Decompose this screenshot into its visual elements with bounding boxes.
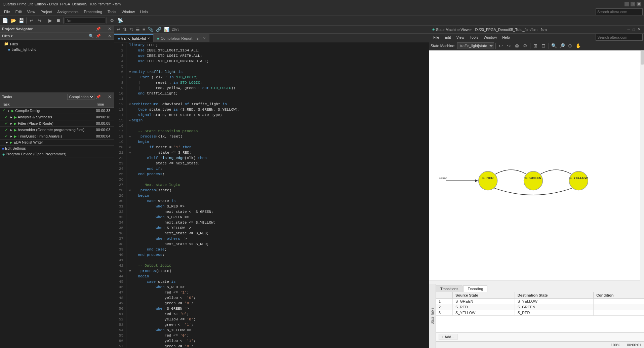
ed-btn-2[interactable]: ⇅ (122, 27, 128, 32)
table-row[interactable]: ◈ Program Device (Open Programmer) (0, 151, 114, 157)
redo-button[interactable]: ↪ (36, 17, 43, 24)
task-status-cell: ✓ ▸ ▶ Compile Design (0, 108, 94, 114)
table-row[interactable]: ✓ ▸ ▶ Assembler (Generate programming fi… (0, 127, 114, 133)
table-row[interactable]: ✓ ▸ ▶ Fitter (Place & Route) 00:00:08 (0, 120, 114, 127)
state-table-side-label[interactable]: State Table (431, 308, 434, 324)
table-row[interactable]: ■ Edit Settings (0, 146, 114, 151)
task-cell-timequest: ✓ ▸ ▶ TimeQuest Timing Analysis (0, 133, 94, 140)
tasks-table: Task Time ✓ ▸ ▶ Compile Design 00:00:33 (0, 101, 114, 157)
table-row[interactable]: ✓ ▸ ▶ Analysis & Synthesis 00:00:18 (0, 114, 114, 120)
save-button[interactable]: 💾 (17, 17, 25, 24)
close-button[interactable]: ✕ (637, 2, 641, 6)
sm-tool-btn-3[interactable]: ◎ (513, 42, 521, 49)
menu-window[interactable]: Window (119, 9, 137, 14)
compile-button[interactable]: ▶ (46, 17, 54, 24)
main-search-input[interactable] (596, 8, 643, 15)
add-button[interactable]: + Add... (439, 334, 457, 340)
sm-tool-fit[interactable]: ⊕ (566, 42, 574, 49)
ed-btn-1[interactable]: ↩ (116, 27, 121, 32)
code-editor[interactable]: 12345 678910 1112131415 1617181920 21222… (114, 42, 429, 348)
toolbar-sep-1 (26, 17, 27, 24)
menu-help[interactable]: Help (137, 9, 151, 14)
program-time (94, 151, 114, 157)
open-button[interactable]: 📂 (9, 17, 17, 24)
sm-tool-zoom-out[interactable]: 🔎 (558, 42, 566, 49)
sm-diagram-scrollbar-v[interactable] (640, 50, 644, 284)
task-cell-program: ◈ Program Device (Open Programmer) (0, 151, 94, 157)
menu-processing[interactable]: Processing (81, 9, 105, 14)
sm-diagram-scrollbar-h[interactable] (429, 280, 640, 284)
tab-compilation-report[interactable]: ■ Compilation Report - fsm ✕ (154, 34, 209, 42)
ed-btn-7[interactable]: 🔗 (155, 27, 162, 32)
sm-machine-select[interactable]: traffic_light|state (457, 42, 494, 49)
sm-table-scroll[interactable]: Source State Destination State Condition… (436, 292, 644, 332)
sm-tool-zoom-in[interactable]: 🔍 (550, 42, 558, 49)
files-close-button[interactable]: ✕ (107, 34, 112, 38)
sm-diagram[interactable]: reset S_RED S_GREEN S_YELLOW (429, 50, 644, 284)
menu-view[interactable]: View (25, 9, 38, 14)
menu-tools[interactable]: Tools (105, 9, 119, 14)
entity-search-input[interactable] (65, 17, 105, 24)
traffic-light-filename: traffic_light.vhd (12, 47, 37, 51)
files-search-button[interactable]: 🔍 (88, 34, 94, 38)
menu-project[interactable]: Project (38, 9, 54, 14)
nav-close-button[interactable]: ✕ (107, 27, 112, 31)
sm-maximize-button[interactable]: □ (632, 27, 636, 32)
minimize-button[interactable]: ─ (625, 2, 629, 6)
tab-transitions[interactable]: Transitions (436, 285, 462, 292)
sm-tool-btn-2[interactable]: ↪ (505, 42, 513, 49)
files-pin-button[interactable]: 📌 (95, 34, 102, 38)
sm-diagram-scrollbar-thumb[interactable] (641, 51, 644, 65)
files-dropdown[interactable]: Files ▾ (2, 34, 13, 38)
compilation-select[interactable]: Compilation (67, 94, 94, 100)
pin-button[interactable]: 📌 (95, 27, 102, 31)
sm-menu-tools[interactable]: Tools (467, 35, 481, 40)
tasks-minimize-button[interactable]: ─ (102, 94, 107, 100)
timequest-time: 00:00:04 (94, 133, 114, 140)
tab-close-report-button[interactable]: ✕ (203, 36, 206, 40)
sm-menu-help[interactable]: Help (499, 35, 513, 40)
maximize-button[interactable]: □ (631, 2, 635, 6)
tasks-close-button[interactable]: ✕ (107, 94, 112, 100)
sm-minimize-button[interactable]: ─ (627, 27, 631, 32)
ed-btn-3[interactable]: ⇆ (128, 27, 134, 32)
menu-file[interactable]: File (1, 9, 13, 14)
tasks-pin-button[interactable]: 📌 (95, 94, 102, 100)
check-icon: ✓ (5, 127, 8, 132)
table-row[interactable]: ▸ ▶ EDA Netlist Writer (0, 140, 114, 146)
ed-btn-5[interactable]: ≡ (142, 27, 146, 32)
menu-assignments[interactable]: Assignments (55, 9, 81, 14)
ed-btn-6[interactable]: 📎 (147, 27, 154, 32)
sm-tool-layout[interactable]: ⊟ (540, 42, 547, 49)
table-row[interactable]: ✓ ▸ ▶ Compile Design 00:00:33 (0, 108, 114, 114)
sm-menu-file[interactable]: File (431, 35, 442, 40)
files-folder-item[interactable]: 📁 Files (0, 41, 114, 47)
code-line: next_state <= S_YELLOW; (129, 220, 426, 225)
files-minimize-button[interactable]: ─ (102, 34, 107, 38)
tab-close-button[interactable]: ✕ (147, 37, 150, 40)
nav-minimize-button[interactable]: ─ (102, 27, 107, 31)
program-button[interactable]: 📡 (116, 17, 124, 24)
sm-tool-hand[interactable]: ✋ (574, 42, 582, 49)
menu-edit[interactable]: Edit (13, 9, 25, 14)
sm-menu-window[interactable]: Window (481, 35, 499, 40)
tab-traffic-light[interactable]: ■ traffic_light.vhd ✕ (114, 34, 154, 42)
sm-close-button[interactable]: ✕ (637, 27, 641, 32)
sm-search-input[interactable] (596, 34, 643, 41)
table-row[interactable]: ✓ ▸ ▶ TimeQuest Timing Analysis 00:00:04 (0, 133, 114, 140)
new-button[interactable]: 📄 (1, 17, 9, 24)
tab-encoding[interactable]: Encoding (463, 285, 487, 292)
rtl-button[interactable]: ⚙ (108, 17, 116, 24)
traffic-light-file-item[interactable]: ■ traffic_light.vhd (0, 47, 114, 52)
sm-tool-grid[interactable]: ⊞ (532, 42, 539, 49)
undo-button[interactable]: ↩ (28, 17, 35, 24)
main-toolbar: 📄 📂 💾 ↩ ↪ ▶ ⏹ ⚙ 📡 (0, 15, 644, 26)
ed-btn-8[interactable]: 📊 (163, 27, 170, 32)
stop-button[interactable]: ⏹ (54, 17, 62, 24)
sm-menu-view[interactable]: View (454, 35, 467, 40)
sm-menu-edit[interactable]: Edit (442, 35, 454, 40)
task-cell-edit-settings: ■ Edit Settings (0, 146, 94, 151)
ed-btn-4[interactable]: ☰ (135, 27, 141, 32)
sm-tool-btn-1[interactable]: ↩ (497, 42, 505, 49)
sm-tool-btn-4[interactable]: ⚙ (521, 42, 529, 49)
